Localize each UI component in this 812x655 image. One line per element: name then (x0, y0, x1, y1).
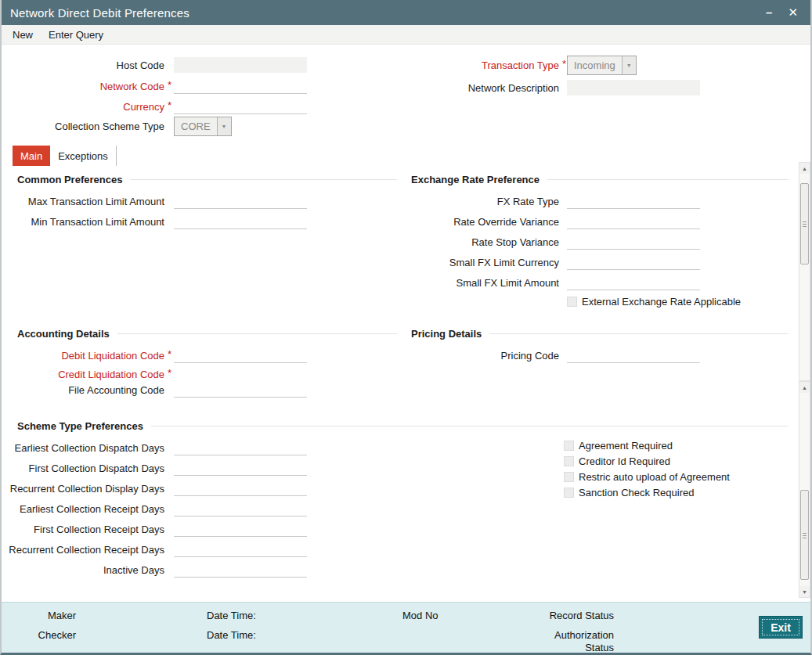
collection-scheme-type-value: CORE (175, 117, 217, 135)
currency-label: Currency * (2, 101, 164, 113)
external-exchange-rate-row: External Exchange Rate Applicable (567, 294, 741, 308)
rate-override-variance-label: Rate Override Variance (354, 216, 559, 228)
host-code-input[interactable] (174, 57, 307, 73)
pricing-details-heading: Pricing Details (411, 327, 789, 340)
creditor-id-required-label: Creditor Id Required (579, 455, 670, 467)
first-collection-dispatch-days-input[interactable] (174, 461, 307, 476)
recurrent-collection-receipt-days-input[interactable] (174, 542, 307, 557)
required-marker: * (168, 367, 171, 379)
creditor-id-required-row: Creditor Id Required (564, 454, 670, 468)
network-code-input[interactable] (174, 79, 307, 94)
network-description-row: Network Description (354, 79, 700, 96)
agreement-required-row: Agreement Required (564, 438, 673, 452)
earliest-collection-receipt-days-input[interactable] (174, 502, 307, 516)
small-fx-limit-amount-label: Small FX Limit Amount (354, 277, 559, 289)
min-transaction-limit-row: Min Transaction Limit Amount (2, 213, 307, 230)
network-description-input[interactable] (567, 80, 700, 95)
tab-main[interactable]: Main (13, 146, 50, 166)
earliest-collection-dispatch-days-input[interactable] (174, 441, 307, 455)
network-code-label: Network Code * (2, 81, 164, 92)
tab-exceptions[interactable]: Exceptions (50, 146, 117, 166)
recurrent-collection-display-days-input[interactable] (174, 481, 307, 496)
rate-stop-variance-input[interactable] (567, 235, 700, 250)
close-icon[interactable]: ✕ (788, 0, 798, 25)
earliest-collection-receipt-days-label: Earliest Collection Receipt Days (2, 503, 164, 515)
currency-row: Currency * (2, 98, 307, 115)
first-collection-receipt-days-label: First Collection Receipt Days (2, 524, 164, 535)
rate-override-variance-row: Rate Override Variance (354, 213, 700, 230)
restric-auto-upload-checkbox[interactable] (564, 472, 574, 482)
new-button[interactable]: New (13, 29, 33, 41)
scrollbar-grip-icon (803, 221, 807, 227)
restric-auto-upload-label: Restric auto upload of Agreement (579, 471, 730, 483)
small-fx-limit-currency-label: Small FX Limit Currency (354, 257, 559, 268)
inactive-days-input[interactable] (174, 563, 307, 578)
maker-label: Maker (17, 610, 76, 621)
footer: Maker Checker Date Time: Date Time: Mod … (2, 602, 810, 653)
app-window: Network Direct Debit Preferences – ✕ New… (0, 0, 812, 655)
window-controls: – ✕ (766, 0, 810, 25)
sanction-check-required-checkbox[interactable] (564, 488, 574, 498)
small-fx-limit-amount-input[interactable] (567, 275, 700, 290)
recurrent-collection-receipt-days-row: Recurrent Collection Receipt Days (2, 541, 307, 558)
rate-stop-variance-row: Rate Stop Variance (354, 233, 700, 250)
mod-no-label: Mod No (402, 610, 438, 621)
divider (547, 179, 789, 180)
credit-liquidation-code-input[interactable] (174, 367, 307, 382)
scroll-up-icon[interactable]: ▲ (799, 382, 810, 393)
checker-date-time-label: Date Time: (207, 629, 256, 641)
divider (117, 333, 397, 334)
transaction-type-label: Transaction Type * (354, 59, 559, 71)
credit-liquidation-code-label: Credit Liquidation Code * (2, 369, 164, 380)
scrollbar-thumb[interactable] (800, 183, 809, 265)
earliest-collection-receipt-days-row: Earliest Collection Receipt Days (2, 500, 307, 517)
small-fx-limit-amount-row: Small FX Limit Amount (354, 274, 700, 291)
sanction-check-required-row: Sanction Check Required (564, 485, 694, 499)
max-transaction-limit-amount-input[interactable] (174, 194, 307, 209)
scrollbar-upper[interactable]: ▲ (799, 162, 810, 381)
inactive-days-row: Inactive Days (2, 561, 307, 578)
scroll-down-icon[interactable]: ▼ (799, 586, 810, 597)
record-status-label: Record Status (520, 610, 614, 621)
rate-override-variance-input[interactable] (567, 214, 700, 229)
network-code-row: Network Code * (2, 77, 307, 95)
external-exchange-rate-applicable-checkbox[interactable] (567, 297, 577, 307)
chevron-down-icon[interactable]: ▼ (622, 56, 636, 74)
scroll-up-icon[interactable]: ▲ (799, 163, 810, 174)
accounting-details-heading: Accounting Details (17, 327, 397, 340)
debit-liquidation-code-input[interactable] (174, 348, 307, 363)
required-marker: * (562, 58, 566, 70)
scrollbar-grip-icon (803, 533, 807, 538)
max-transaction-limit-amount-label: Max Transaction Limit Amount (2, 196, 164, 207)
earliest-collection-dispatch-days-label: Earliest Collection Dispatch Days (2, 442, 164, 454)
exchange-rate-preference-heading: Exchange Rate Preference (411, 173, 789, 185)
chevron-down-icon[interactable]: ▼ (217, 117, 231, 135)
scrollbar-lower[interactable]: ▲ ▼ (799, 381, 810, 598)
inactive-days-label: Inactive Days (2, 564, 164, 576)
min-transaction-limit-amount-input[interactable] (174, 214, 307, 229)
file-accounting-code-label: File Accounting Code (2, 384, 164, 396)
fx-rate-type-input[interactable] (567, 194, 700, 209)
authorization-status-label: Authorization Status (536, 629, 614, 655)
exit-button[interactable]: Exit (759, 616, 803, 639)
transaction-type-select[interactable]: Incoming ▼ (567, 56, 637, 75)
currency-input[interactable] (174, 99, 307, 114)
first-collection-receipt-days-input[interactable] (174, 522, 307, 537)
rate-stop-variance-label: Rate Stop Variance (354, 236, 559, 248)
creditor-id-required-checkbox[interactable] (564, 456, 574, 466)
minimize-icon[interactable]: – (766, 0, 772, 25)
pricing-code-input[interactable] (567, 348, 700, 363)
scrollbar-thumb[interactable] (800, 490, 809, 580)
recurrent-collection-receipt-days-label: Recurrent Collection Receipt Days (2, 544, 164, 556)
first-collection-receipt-days-row: First Collection Receipt Days (2, 520, 307, 538)
debit-liquidation-code-label: Debit Liquidation Code * (2, 350, 164, 362)
file-accounting-code-input[interactable] (174, 383, 307, 398)
required-marker: * (168, 79, 171, 91)
collection-scheme-type-select[interactable]: CORE ▼ (174, 117, 232, 136)
agreement-required-checkbox[interactable] (564, 441, 574, 451)
earliest-collection-dispatch-days-row: Earliest Collection Dispatch Days (2, 439, 307, 456)
enter-query-button[interactable]: Enter Query (49, 29, 103, 41)
first-collection-dispatch-days-row: First Collection Dispatch Days (2, 459, 307, 477)
small-fx-limit-currency-input[interactable] (567, 255, 700, 270)
maker-date-time-label: Date Time: (207, 610, 256, 621)
